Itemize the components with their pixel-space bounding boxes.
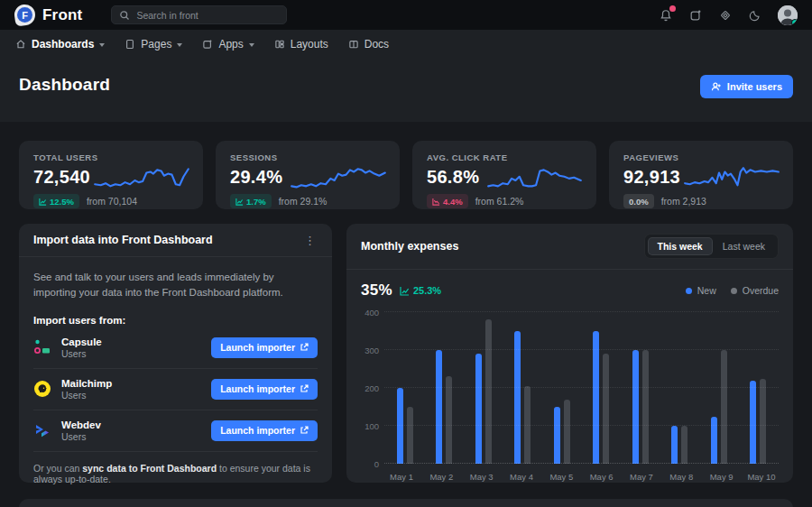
- bar-new[interactable]: [711, 417, 717, 465]
- dark-mode-moon-icon[interactable]: [748, 8, 762, 23]
- invite-users-button[interactable]: Invite users: [700, 75, 793, 98]
- capsule-logo-icon: [33, 338, 51, 356]
- search-input[interactable]: [136, 10, 279, 21]
- bar-overdue[interactable]: [642, 350, 649, 464]
- bar-overdue[interactable]: [681, 426, 687, 464]
- bar-new[interactable]: [554, 407, 560, 464]
- online-status-dot: [791, 19, 798, 25]
- launch-importer-button[interactable]: Launch importer: [211, 420, 318, 441]
- bar-new[interactable]: [632, 350, 639, 464]
- global-search[interactable]: [111, 5, 287, 24]
- launch-importer-button[interactable]: Launch importer: [211, 379, 318, 400]
- gridline: [384, 349, 779, 350]
- tab-last-week[interactable]: Last week: [713, 237, 775, 255]
- gridline: [384, 463, 779, 464]
- nav-item-dashboards[interactable]: Dashboards: [15, 38, 105, 51]
- main-navbar: Dashboards Pages Apps Layouts Docs: [0, 30, 812, 59]
- webdev-logo-icon: [33, 421, 51, 439]
- x-tick-label: May 10: [746, 472, 777, 482]
- nav-item-docs[interactable]: Docs: [348, 38, 389, 51]
- y-tick-label: 200: [364, 383, 379, 393]
- delta-badge: 4.4%: [427, 194, 468, 208]
- search-icon: [119, 10, 130, 21]
- trend-up-icon: [400, 286, 410, 296]
- bar-overdue[interactable]: [446, 376, 452, 464]
- legend-new[interactable]: New: [686, 285, 716, 296]
- bar-overdue[interactable]: [721, 350, 727, 464]
- bar-new[interactable]: [593, 331, 599, 464]
- launch-importer-button[interactable]: Launch importer: [211, 337, 318, 358]
- source-name: Capsule: [61, 336, 102, 347]
- x-tick-label: May 7: [626, 472, 657, 482]
- bar-overdue[interactable]: [603, 354, 609, 464]
- nav-item-layouts[interactable]: Layouts: [274, 38, 328, 51]
- x-tick-label: May 8: [666, 472, 697, 482]
- import-subheading: Import users from:: [33, 315, 318, 326]
- bar-new[interactable]: [475, 354, 482, 464]
- bar-group: [475, 312, 492, 464]
- bar-new[interactable]: [436, 350, 442, 464]
- widgets-diamond-icon[interactable]: [718, 8, 733, 23]
- legend-overdue[interactable]: Overdue: [731, 285, 779, 296]
- apps-launcher-icon[interactable]: [688, 8, 703, 23]
- import-row-capsule: Capsule Users Launch importer: [33, 327, 318, 369]
- y-tick-label: 400: [364, 308, 379, 318]
- bar-group: [711, 312, 727, 464]
- gridline: [384, 425, 779, 426]
- person-add-icon: [711, 81, 722, 92]
- bar-overdue[interactable]: [564, 400, 570, 464]
- docs-icon: [348, 39, 359, 50]
- sparkline-chart: [93, 164, 190, 197]
- notifications-bell-icon[interactable]: [659, 8, 673, 23]
- bar-overdue[interactable]: [485, 319, 492, 464]
- brand-name: Front: [42, 6, 82, 24]
- stat-from: from 29.1%: [279, 196, 328, 207]
- x-tick-label: May 6: [586, 472, 617, 482]
- notification-dot: [669, 5, 676, 12]
- bottom-card-partial: [19, 499, 793, 507]
- week-toggle: This week Last week: [644, 234, 779, 259]
- stat-card-pageviews: Pageviews 92,913 0.0% from 2,913: [609, 141, 793, 209]
- legend-dot-overdue: [731, 288, 737, 294]
- x-tick-label: May 2: [426, 472, 457, 482]
- import-row-mailchimp: Mailchimp Users Launch importer: [33, 369, 318, 410]
- brand-logo[interactable]: F Front: [14, 5, 82, 25]
- bar-new[interactable]: [397, 388, 403, 464]
- stats-row: Total users 72,540 12.5% from 70,104 Ses…: [19, 141, 793, 209]
- card-menu-ellipsis-icon[interactable]: ⋮: [302, 235, 318, 246]
- bar-group: [671, 312, 687, 464]
- gridline: [384, 311, 779, 312]
- nav-item-pages[interactable]: Pages: [125, 38, 182, 51]
- x-tick-label: May 1: [386, 472, 417, 482]
- bar-new[interactable]: [750, 381, 756, 464]
- stat-card-total-users: Total users 72,540 12.5% from 70,104: [19, 141, 203, 209]
- bar-group: [514, 312, 531, 464]
- topbar: F Front: [0, 0, 812, 30]
- sparkline-chart: [683, 164, 780, 197]
- external-link-icon: [300, 384, 309, 393]
- bar-new[interactable]: [671, 426, 678, 464]
- stat-card-sessions: Sessions 29.4% 1.7% from 29.1%: [216, 141, 400, 209]
- mailchimp-logo-icon: [33, 380, 51, 398]
- bar-group: [750, 312, 766, 464]
- layouts-icon: [274, 39, 285, 50]
- bar-overdue[interactable]: [407, 407, 413, 464]
- import-card-title: Import data into Front Dashboard: [33, 234, 213, 246]
- x-tick-label: May 9: [706, 472, 737, 482]
- source-type: Users: [61, 431, 101, 442]
- chevron-down-icon: [177, 43, 182, 47]
- bar-new[interactable]: [514, 331, 521, 464]
- nav-item-apps[interactable]: Apps: [202, 38, 254, 51]
- bar-group: [593, 312, 609, 464]
- user-avatar[interactable]: [778, 5, 798, 25]
- sync-data-link[interactable]: sync data to Front Dashboard: [82, 463, 217, 474]
- external-link-icon: [300, 426, 309, 435]
- expenses-card-title: Monthly expenses: [361, 240, 458, 253]
- tab-this-week[interactable]: This week: [648, 237, 713, 255]
- import-footer: Or you can sync data to Front Dashboard …: [33, 452, 318, 484]
- bar-overdue[interactable]: [760, 379, 766, 465]
- source-type: Users: [61, 348, 102, 359]
- stat-label: Sessions: [230, 152, 385, 162]
- gridline: [384, 387, 779, 388]
- external-link-icon: [300, 343, 309, 352]
